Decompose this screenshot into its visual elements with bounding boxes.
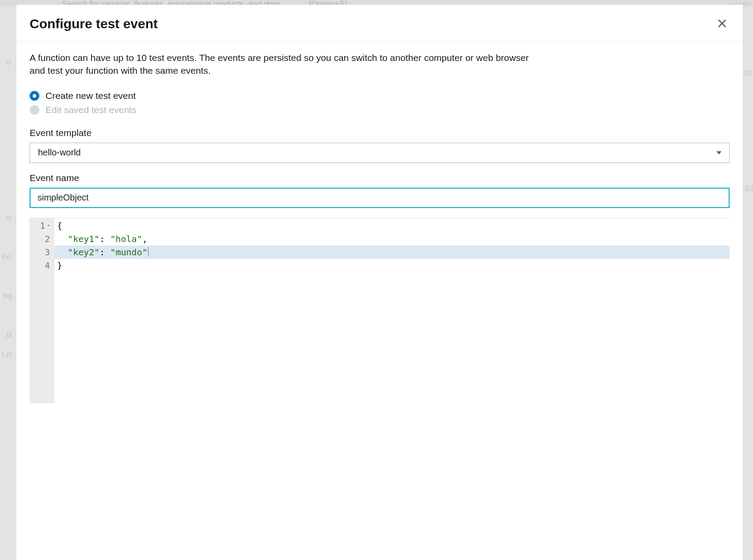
- background-left-column: er In Fin ing _bl x.js: [0, 53, 13, 364]
- modal-title: Configure test event: [30, 16, 158, 31]
- fold-icon: ▾: [47, 219, 50, 232]
- event-template-label: Event template: [30, 128, 730, 138]
- event-mode-radio-group: Create new test event Edit saved test ev…: [30, 89, 730, 117]
- event-name-label: Event name: [30, 173, 730, 183]
- modal-body: A function can have up to 10 test events…: [16, 42, 743, 560]
- event-name-field: Event name: [30, 173, 730, 208]
- close-button[interactable]: [715, 16, 730, 31]
- event-template-select[interactable]: hello-world: [30, 143, 730, 163]
- radio-create-new[interactable]: Create new test event: [30, 89, 730, 103]
- radio-dot-icon: [30, 105, 39, 115]
- event-template-value: hello-world: [38, 148, 81, 158]
- radio-edit-saved: Edit saved test events: [30, 103, 730, 117]
- svg-marker-2: [716, 151, 722, 154]
- current-line-highlight: [54, 246, 730, 259]
- event-name-input[interactable]: [30, 188, 730, 208]
- configure-test-event-modal: Configure test event A function can have…: [16, 4, 743, 560]
- radio-dot-icon: [30, 91, 39, 101]
- modal-header: Configure test event: [16, 5, 743, 42]
- code-content[interactable]: { "key1": "hola", "key2": "mundo" }: [54, 218, 730, 403]
- code-gutter: 1▾ 2 3 4: [30, 218, 54, 403]
- radio-create-label: Create new test event: [46, 91, 136, 101]
- close-icon: [717, 18, 727, 30]
- text-cursor: [148, 247, 149, 257]
- event-template-field: Event template hello-world: [30, 128, 730, 163]
- chevron-down-icon: [716, 150, 722, 156]
- json-code-editor[interactable]: 1▾ 2 3 4 { "key1": "hola", "key2": "mund…: [30, 218, 730, 403]
- radio-edit-label: Edit saved test events: [46, 105, 136, 115]
- modal-description: A function can have up to 10 test events…: [30, 51, 542, 77]
